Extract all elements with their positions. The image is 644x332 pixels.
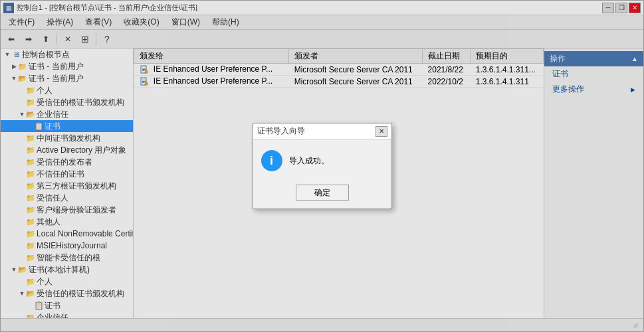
modal-title: 证书导入向导 <box>257 125 305 137</box>
modal-title-bar: 证书导入向导 ✕ <box>253 124 391 139</box>
modal-overlay: 证书导入向导 ✕ i 导入成功。 确定 <box>1 1 643 331</box>
modal-body: i 导入成功。 <box>253 139 391 179</box>
modal-dialog: 证书导入向导 ✕ i 导入成功。 确定 <box>253 123 392 209</box>
modal-message: 导入成功。 <box>289 155 329 167</box>
modal-info-icon: i <box>261 150 282 171</box>
modal-ok-button[interactable]: 确定 <box>296 185 349 201</box>
modal-footer: 确定 <box>253 179 391 208</box>
modal-close-button[interactable]: ✕ <box>376 126 387 137</box>
